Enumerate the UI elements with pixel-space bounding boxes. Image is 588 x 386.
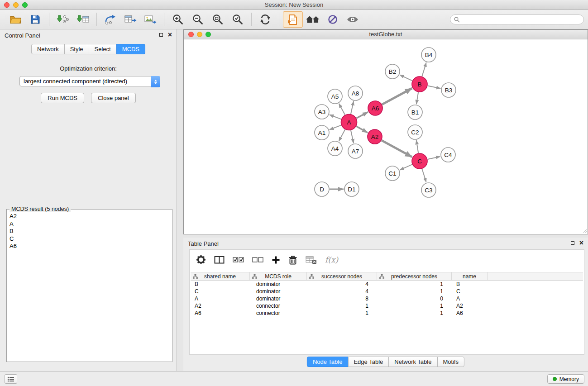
cell-name[interactable]: C: [452, 288, 488, 295]
cell-shared-name[interactable]: A2: [191, 303, 250, 309]
open-session-button[interactable]: [5, 11, 25, 28]
cell-name[interactable]: A6: [452, 310, 488, 316]
minimize-window-button[interactable]: [13, 2, 19, 8]
tab-edge-table[interactable]: Edge Table: [348, 357, 389, 367]
tab-mcds[interactable]: MCDS: [116, 44, 145, 54]
cell-successor-nodes[interactable]: 8: [307, 295, 377, 302]
cell-shared-name[interactable]: A6: [191, 310, 250, 316]
graph-edge-A-A2[interactable]: [356, 126, 368, 133]
function-builder-button[interactable]: f(x): [325, 255, 338, 264]
graph-edge-B-B3[interactable]: [428, 86, 441, 89]
close-panel-icon[interactable]: ×: [168, 33, 172, 37]
cell-mcds-role[interactable]: connector: [250, 303, 307, 309]
network-minimize-button[interactable]: [197, 32, 202, 37]
graph-edge-C-C3[interactable]: [422, 169, 426, 182]
table-row[interactable]: A2 connector 1 1 A2: [191, 302, 583, 310]
graph-edge-A-A5[interactable]: [339, 104, 345, 115]
export-table-button[interactable]: [120, 11, 140, 28]
tab-network[interactable]: Network: [31, 44, 65, 54]
result-item[interactable]: A: [7, 220, 172, 228]
export-network-button[interactable]: [100, 11, 120, 28]
home-views-button[interactable]: [303, 11, 323, 28]
close-window-button[interactable]: [4, 2, 10, 8]
resize-grip-icon[interactable]: [582, 228, 587, 234]
table-row[interactable]: C dominator 4 1 C: [191, 288, 583, 295]
graph-edge-B-B4[interactable]: [422, 62, 426, 76]
zoom-selected-button[interactable]: [228, 11, 248, 28]
task-history-button[interactable]: [5, 374, 17, 384]
cell-predecessor-nodes[interactable]: 1: [377, 310, 452, 316]
import-table-button[interactable]: [73, 11, 93, 28]
hide-details-button[interactable]: [323, 11, 343, 28]
cell-predecessor-nodes[interactable]: 1: [377, 303, 452, 309]
delete-column-button[interactable]: [288, 255, 297, 265]
show-columns-button[interactable]: [214, 256, 225, 264]
result-item[interactable]: A2: [7, 213, 172, 220]
column-header-shared-name[interactable]: shared name: [191, 272, 250, 280]
cell-shared-name[interactable]: B: [191, 281, 250, 287]
export-image-button[interactable]: [140, 11, 160, 28]
apply-layout-button[interactable]: [255, 11, 275, 28]
table-row[interactable]: A dominator 8 0 A: [191, 295, 583, 302]
cell-name[interactable]: A: [452, 295, 488, 302]
delete-table-button[interactable]: [306, 256, 317, 264]
graph-edge-B-B2[interactable]: [400, 75, 412, 81]
graph-edge-A-A7[interactable]: [351, 130, 354, 143]
graph-edge-A6-B[interactable]: [382, 88, 412, 105]
graph-edge-A-A3[interactable]: [330, 114, 341, 119]
search-input[interactable]: [462, 15, 583, 24]
cell-successor-nodes[interactable]: 1: [307, 303, 377, 309]
deselect-all-button[interactable]: [252, 257, 263, 263]
network-close-button[interactable]: [188, 32, 194, 37]
show-details-button[interactable]: [343, 11, 363, 28]
zoom-out-button[interactable]: [188, 11, 208, 28]
cell-successor-nodes[interactable]: 4: [307, 281, 377, 287]
network-window-titlebar[interactable]: testGlobe.txt: [184, 30, 588, 39]
cell-name[interactable]: A2: [452, 303, 488, 309]
cell-mcds-role[interactable]: dominator: [250, 295, 307, 302]
graph-edge-A2-C[interactable]: [382, 140, 412, 157]
network-zoom-button[interactable]: [206, 32, 211, 37]
result-item[interactable]: C: [7, 235, 172, 243]
close-panel-button[interactable]: Close panel: [91, 93, 136, 103]
criterion-dropdown[interactable]: largest connected component (directed): [19, 76, 160, 86]
tab-style[interactable]: Style: [64, 44, 89, 54]
column-header-predecessor-nodes[interactable]: predecessor nodes: [377, 272, 452, 280]
select-all-button[interactable]: [233, 257, 244, 263]
graph-edge-B-B1[interactable]: [416, 92, 418, 104]
float-panel-icon[interactable]: [159, 33, 163, 37]
tab-select[interactable]: Select: [89, 44, 117, 54]
cell-predecessor-nodes[interactable]: 1: [377, 288, 452, 295]
tab-node-table[interactable]: Node Table: [307, 357, 349, 367]
network-graph[interactable]: B4B2BB3A5A8A6B1A3AC2A1A2A4A7C4CC1C3DD1: [184, 39, 588, 234]
memory-button[interactable]: Memory: [547, 374, 584, 384]
save-session-button[interactable]: [25, 11, 45, 28]
graph-edge-C-C1[interactable]: [400, 164, 412, 170]
add-column-button[interactable]: [272, 256, 280, 264]
cell-predecessor-nodes[interactable]: 1: [377, 281, 452, 287]
column-header-name[interactable]: name: [452, 272, 488, 280]
column-header-mcds-role[interactable]: MCDS role: [250, 272, 307, 280]
table-settings-button[interactable]: [196, 255, 206, 265]
graph-edge-A-A1[interactable]: [330, 125, 341, 130]
result-item[interactable]: B: [7, 228, 172, 235]
document-export-button[interactable]: [283, 11, 303, 28]
cell-shared-name[interactable]: C: [191, 288, 250, 295]
column-header-successor-nodes[interactable]: successor nodes: [307, 272, 377, 280]
graph-edge-C-C2[interactable]: [416, 140, 418, 153]
graph-edge-A-A4[interactable]: [339, 129, 345, 141]
cell-mcds-role[interactable]: dominator: [250, 288, 307, 295]
table-row[interactable]: B dominator 4 1 B: [191, 281, 583, 288]
cell-predecessor-nodes[interactable]: 0: [377, 295, 452, 302]
graph-edge-A-A6[interactable]: [356, 112, 368, 118]
zoom-in-button[interactable]: [168, 11, 188, 28]
cell-successor-nodes[interactable]: 4: [307, 288, 377, 295]
tab-network-table[interactable]: Network Table: [388, 357, 437, 367]
result-item[interactable]: A6: [7, 243, 172, 250]
float-table-panel-icon[interactable]: [571, 241, 574, 245]
import-network-button[interactable]: [53, 11, 73, 28]
table-row[interactable]: A6 connector 1 1 A6: [191, 310, 583, 317]
graph-edge-A-A8[interactable]: [351, 101, 354, 114]
zoom-fit-button[interactable]: [208, 11, 228, 28]
cell-name[interactable]: B: [452, 281, 488, 287]
